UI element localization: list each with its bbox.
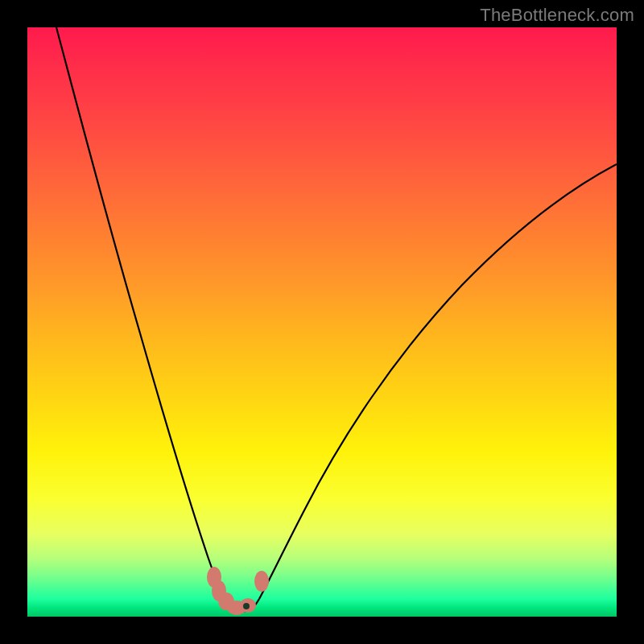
blob-right-upper <box>254 571 269 592</box>
plot-area <box>27 27 617 617</box>
curve-minimum-dot <box>243 603 250 609</box>
watermark-text: TheBottleneck.com <box>480 5 634 26</box>
bottleneck-curve <box>27 27 617 617</box>
chart-frame: TheBottleneck.com <box>0 0 644 644</box>
curve-left-branch <box>56 27 230 605</box>
curve-right-branch <box>259 164 617 599</box>
highlight-blobs <box>207 567 269 615</box>
